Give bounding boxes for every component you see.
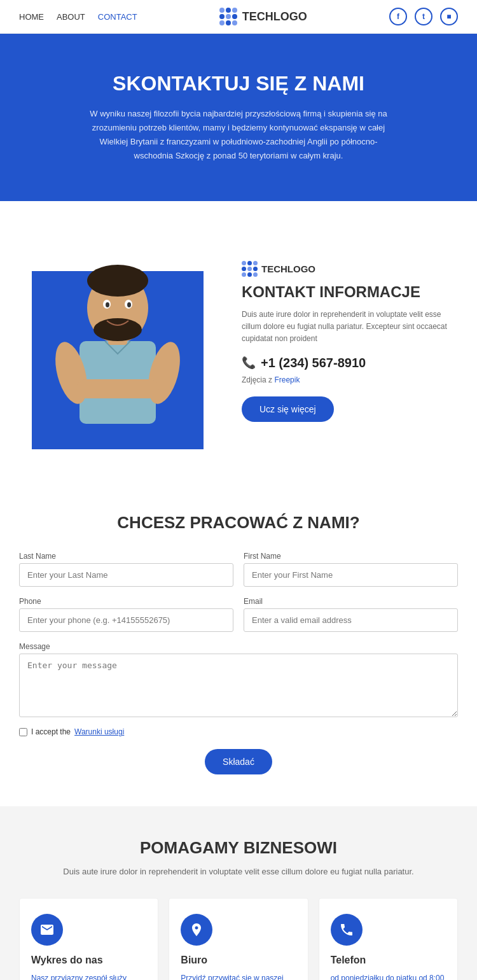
navbar: HOME ABOUT CONTACT TECHLOGO f t ■: [0, 0, 477, 34]
logo-dot: [226, 8, 231, 13]
form-title-rest: PRACOWAĆ Z NAMI?: [185, 513, 359, 532]
logo-dot: [219, 20, 225, 25]
first-name-group: First Name: [244, 552, 458, 587]
phone-icon: 📞: [242, 356, 256, 370]
phone-number: +1 (234) 567-8910: [261, 356, 366, 370]
last-name-label: Last Name: [19, 552, 233, 561]
profile-logo-dot: [247, 261, 252, 265]
svg-point-6: [87, 265, 148, 297]
help-section: POMAGAMY BIZNESOWI Duis aute irure dolor…: [0, 806, 477, 980]
form-title-bold: CHCESZ: [117, 513, 185, 532]
logo-dot: [232, 20, 237, 25]
svg-point-11: [127, 302, 131, 307]
first-name-input[interactable]: [244, 563, 458, 587]
card-office: Biuro Przyjdź przywitać się w naszej cen…: [169, 898, 308, 980]
nav-links: HOME ABOUT CONTACT: [19, 12, 137, 22]
form-submit-row: Składać: [19, 749, 458, 774]
profile-info: TECHLOGO KONTAKT INFORMACJE Duis aute ir…: [235, 261, 458, 422]
social-icons: f t ■: [389, 8, 458, 25]
contact-form: Last Name First Name Phone Email Message: [19, 552, 458, 774]
phone-card-icon: [331, 914, 363, 946]
card-email: Wykres do nas Nasz przyjazny zespół służ…: [19, 898, 158, 980]
photo-credit-link[interactable]: Freepik: [274, 375, 300, 384]
hero-title-rest: Z NAMI: [289, 72, 364, 95]
profile-image-container: [19, 233, 216, 449]
profile-description: Duis aute irure dolor in reprehenderit i…: [242, 309, 458, 346]
profile-title-bold: KONTAKT: [242, 283, 315, 300]
email-input[interactable]: [244, 608, 458, 632]
facebook-icon[interactable]: f: [389, 8, 407, 25]
last-name-input[interactable]: [19, 563, 233, 587]
nav-home[interactable]: HOME: [19, 12, 44, 22]
profile-logo-dot: [242, 267, 246, 271]
photo-credit: Zdjęcia z Freepik: [242, 374, 458, 386]
profile-title: KONTAKT INFORMACJE: [242, 283, 458, 301]
terms-checkbox[interactable]: [19, 728, 27, 736]
hero-title: SKONTAKTUJ SIĘ Z NAMI: [19, 72, 458, 95]
logo-text: TECHLOGO: [242, 10, 307, 24]
email-group: Email: [244, 597, 458, 632]
card-office-title: Biuro: [181, 955, 296, 966]
logo-dot: [226, 20, 231, 25]
twitter-icon[interactable]: t: [415, 8, 432, 25]
logo-dot: [226, 14, 231, 19]
form-section: CHCESZ PRACOWAĆ Z NAMI? Last Name First …: [0, 481, 477, 806]
profile-logo-dot: [247, 267, 252, 271]
location-svg: [189, 922, 204, 937]
form-grid-top: Last Name First Name Phone Email Message: [19, 552, 458, 717]
logo: TECHLOGO: [219, 8, 307, 25]
nav-about[interactable]: ABOUT: [57, 12, 85, 22]
learn-more-button[interactable]: Ucz się więcej: [242, 396, 334, 422]
email-svg: [39, 922, 55, 937]
card-phone-title: Telefon: [331, 955, 446, 966]
location-icon: [181, 914, 212, 946]
phone-row: 📞 +1 (234) 567-8910: [242, 356, 458, 370]
profile-logo-dot: [253, 261, 258, 265]
submit-button[interactable]: Składać: [205, 749, 272, 774]
profile-logo-text: TECHLOGO: [261, 263, 315, 274]
phone-input[interactable]: [19, 608, 233, 632]
help-title: POMAGAMY BIZNESOWI: [19, 838, 458, 858]
svg-rect-3: [76, 379, 159, 398]
profile-logo-dot: [247, 272, 252, 277]
message-group: Message: [19, 642, 458, 717]
profile-logo: TECHLOGO: [242, 261, 458, 277]
logo-dots: [219, 8, 237, 25]
email-label: Email: [244, 597, 458, 606]
instagram-icon[interactable]: ■: [440, 8, 458, 25]
svg-point-10: [106, 302, 109, 307]
message-label: Message: [19, 642, 458, 651]
terms-checkbox-row: I accept the Warunki usługi: [19, 727, 458, 736]
cards-row: Wykres do nas Nasz przyjazny zespół służ…: [19, 898, 458, 980]
terms-text: I accept the: [31, 727, 71, 736]
logo-dot: [232, 8, 237, 13]
card-phone-link: od poniedziałku do piątku od 8:00 do 5:0…: [331, 972, 446, 980]
email-icon: [31, 914, 63, 946]
svg-point-7: [93, 318, 142, 341]
help-subtitle: Duis aute irure dolor in reprehenderit i…: [19, 865, 458, 879]
person-illustration: [19, 233, 216, 449]
phone-group: Phone: [19, 597, 233, 632]
phone-label: Phone: [19, 597, 233, 606]
phone-svg: [339, 922, 354, 937]
card-office-link: Przyjdź przywitać się w naszej centrali.: [181, 972, 296, 980]
profile-section: TECHLOGO KONTAKT INFORMACJE Duis aute ir…: [0, 201, 477, 481]
profile-logo-dot: [242, 272, 246, 277]
profile-logo-dot: [253, 272, 258, 277]
profile-logo-dot: [242, 261, 246, 265]
logo-dot: [219, 14, 225, 19]
message-textarea[interactable]: [19, 654, 458, 717]
first-name-label: First Name: [244, 552, 458, 561]
hero-title-bold: SKONTAKTUJ SIĘ: [113, 72, 289, 95]
profile-logo-dot: [253, 267, 258, 271]
terms-link[interactable]: Warunki usługi: [74, 727, 124, 736]
logo-dot: [219, 8, 225, 13]
nav-contact[interactable]: CONTACT: [98, 12, 137, 22]
form-title: CHCESZ PRACOWAĆ Z NAMI?: [19, 513, 458, 533]
card-email-link: Nasz przyjazny zespół służy pomocą.: [31, 972, 146, 980]
hero-description: W wyniku naszej filozofii bycia najbardz…: [86, 107, 391, 163]
card-email-title: Wykres do nas: [31, 955, 146, 966]
card-phone: Telefon od poniedziałku do piątku od 8:0…: [319, 898, 458, 980]
profile-logo-dots: [242, 261, 258, 277]
logo-dot: [232, 14, 237, 19]
